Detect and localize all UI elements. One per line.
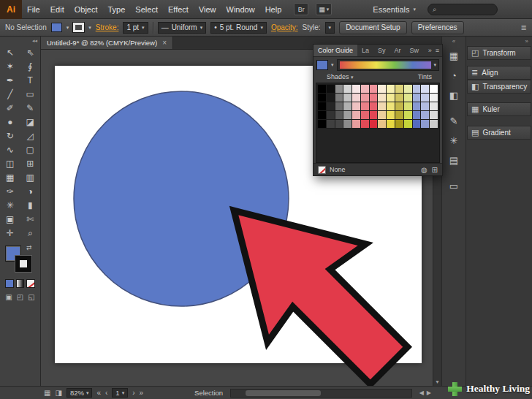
artboard-nav-icon[interactable]: ▦ [44,389,50,397]
color-swatch[interactable] [335,111,343,119]
color-swatch[interactable] [335,94,343,102]
color-swatch[interactable] [404,120,412,128]
eraser-tool[interactable]: ◪ [20,115,41,129]
color-swatch[interactable] [404,94,412,102]
close-icon[interactable]: × [162,39,167,47]
color-swatch[interactable] [370,111,378,119]
panel-tab[interactable]: Ar [390,45,406,56]
color-swatch[interactable] [395,111,403,119]
color-swatch[interactable] [343,111,352,119]
mesh-tool[interactable]: ▦ [0,170,20,184]
pen-tool[interactable]: ✒ [0,73,20,87]
color-swatch[interactable] [361,102,369,110]
color-swatch[interactable] [421,102,429,110]
color-swatch[interactable] [370,120,378,128]
color-swatch[interactable] [370,94,378,102]
document-setup-button[interactable]: Document Setup [339,21,407,34]
color-swatch[interactable] [387,85,395,93]
width-profile-select[interactable]: — Uniform ▾ [158,22,207,34]
scale-tool[interactable]: ◿ [20,129,41,142]
color-panel-icon[interactable]: ▦ [442,46,466,66]
color-swatch[interactable] [404,85,412,93]
color-swatch[interactable] [378,85,386,93]
menu-item[interactable]: Select [130,5,163,14]
menu-item[interactable]: File [22,5,45,14]
harmony-rule-select[interactable]: ▾ [337,59,439,71]
draw-mode-icon[interactable]: ▣ [5,293,12,301]
workspace-switcher[interactable]: Essentials ▾ [373,5,416,14]
style-select[interactable]: ▾ [325,22,335,34]
draw-mode-icon[interactable]: ◱ [28,293,34,301]
color-swatch[interactable] [361,120,369,128]
transform-panel-button[interactable]: ◰ Transform [467,46,531,60]
color-swatch[interactable] [387,94,395,102]
direct-selection-tool[interactable]: ⇖ [20,45,41,59]
base-color-swatch[interactable] [316,60,328,70]
panel-tab[interactable]: Sw [406,45,424,56]
gradient-panel-button[interactable]: ▤ Gradient [467,126,531,140]
screen-mode-icon[interactable]: ◨ [55,389,61,397]
preferences-button[interactable]: Preferences [411,21,464,34]
limit-colors-icon[interactable]: ◍ [421,166,428,174]
color-swatch[interactable] [343,102,352,110]
scroll-down-icon[interactable]: ▼ [433,378,441,386]
color-swatch[interactable] [318,85,326,93]
color-swatch[interactable] [395,102,403,110]
magic-wand-tool[interactable]: ✶ [0,59,20,73]
control-panel-menu-icon[interactable]: ≣ [521,23,527,31]
menu-item[interactable]: View [194,5,221,14]
expand-dock-icon[interactable]: « [442,37,466,46]
width-tool[interactable]: ∿ [0,142,20,156]
color-guide-panel-icon[interactable]: ◔ [442,66,466,86]
column-graph-tool[interactable]: ▮ [20,198,41,212]
color-swatch[interactable] [318,102,326,110]
paintbrush-tool[interactable]: ✐ [0,101,20,115]
scroll-left-icon[interactable]: ◀ [419,390,424,396]
gradient-mode-button[interactable] [16,279,25,288]
collapse-toolbar-icon[interactable]: ◂◂ [0,37,40,45]
menu-item[interactable]: Effect [163,5,194,14]
panel-tab[interactable]: La [357,45,373,56]
color-swatch[interactable] [335,85,343,93]
color-swatch[interactable] [335,120,343,128]
menu-item[interactable]: Window [221,5,260,14]
none-swatch[interactable] [318,166,326,174]
rectangle-tool[interactable]: ▭ [20,87,41,101]
color-swatch[interactable] [378,111,386,119]
none-mode-button[interactable] [26,279,35,288]
shades-select[interactable]: Shades ▾ [327,73,354,80]
color-swatch[interactable] [361,85,369,93]
previous-artboard-icon[interactable]: ‹ [105,389,107,397]
color-swatch[interactable] [387,111,395,119]
menu-item[interactable]: Object [69,5,103,14]
opacity-panel-link[interactable]: Opacity: [271,23,298,31]
color-swatch[interactable] [352,85,360,93]
panel-tab[interactable]: Sy [373,45,390,56]
brush-definition-select[interactable]: • 5 pt. Round ▾ [210,22,267,34]
hand-tool[interactable]: ✛ [0,226,20,240]
horizontal-scrollbar[interactable] [230,389,412,398]
color-swatch[interactable] [404,102,412,110]
kuler-panel-button[interactable]: ▦ Kuler [467,102,531,116]
artboards-panel-icon[interactable]: ▭ [442,176,466,196]
stroke-weight-select[interactable]: 1 pt ▾ [123,22,148,34]
scroll-right-icon[interactable]: ▶ [427,390,431,396]
color-swatch[interactable] [327,85,335,93]
color-swatch[interactable] [327,120,335,128]
transparency-panel-button[interactable]: ◧ Transparency [467,80,531,94]
draw-mode-icon[interactable]: ◰ [17,293,23,301]
zoom-select[interactable]: 82% ▾ [66,388,93,398]
color-swatch[interactable] [404,111,412,119]
panel-tab[interactable]: Color Guide [314,45,357,56]
color-swatch[interactable] [430,111,438,119]
pencil-tool[interactable]: ✎ [20,101,41,115]
menu-item[interactable]: Edit [45,5,69,14]
next-artboard-icon[interactable]: › [132,389,134,397]
stroke-color-indicator[interactable] [15,256,31,272]
color-swatch[interactable] [387,120,395,128]
artboard-tool[interactable]: ▣ [0,212,20,226]
color-swatch[interactable] [378,120,386,128]
color-swatch[interactable] [327,94,335,102]
color-swatch[interactable] [413,120,421,128]
color-swatch[interactable] [378,102,386,110]
